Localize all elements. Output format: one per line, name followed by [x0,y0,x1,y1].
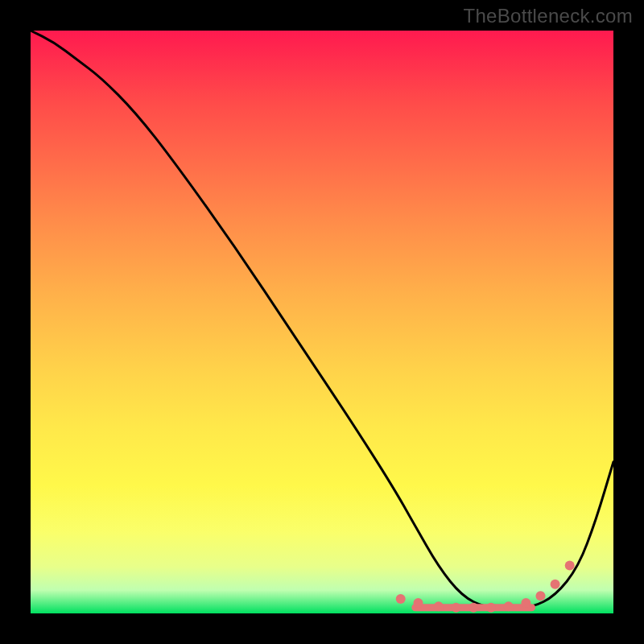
chart-frame: TheBottleneck.com [0,0,644,644]
highlight-dot [565,561,575,571]
bottleneck-curve [31,31,613,608]
highlight-dot [434,601,444,611]
highlight-dot [396,594,406,604]
highlight-dot [536,591,546,601]
highlight-dot [551,580,560,589]
highlight-dot [414,598,423,608]
watermark-text: TheBottleneck.com [463,5,633,27]
highlight-dot [452,603,461,613]
highlight-dot [521,598,530,608]
highlight-dot [486,603,496,613]
highlight-dot [504,601,514,611]
plot-area [31,31,613,613]
curve-svg [31,31,613,613]
highlight-dot [469,603,478,613]
